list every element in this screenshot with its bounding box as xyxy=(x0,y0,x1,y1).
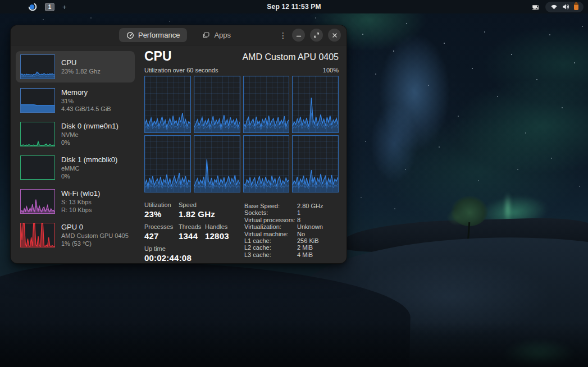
sidebar-item-cpu[interactable]: CPU 23% 1.82 Ghz xyxy=(16,51,135,82)
sidebar-item-disk0[interactable]: Disk 0 (nvme0n1) NVMe 0% xyxy=(16,118,135,150)
processes-value: 427 xyxy=(144,231,179,241)
base-speed-value: 2.80 GHz xyxy=(297,203,323,209)
sidebar-wifi-receive: R: 10 Kbps xyxy=(61,206,100,214)
disk1-mini-chart xyxy=(20,155,55,180)
graph-caption: Utilization over 60 seconds xyxy=(144,67,218,74)
virtualization-label: Virtualization: xyxy=(244,223,297,230)
wifi-mini-chart xyxy=(20,189,55,214)
tab-apps[interactable]: Apps xyxy=(195,28,238,42)
virtual-processors-value: 8 xyxy=(297,217,300,223)
sidebar-disk0-type: NVMe xyxy=(61,131,118,139)
handles-value: 12803 xyxy=(205,231,229,241)
tab-performance-label: Performance xyxy=(138,31,180,39)
sidebar-disk0-percent: 0% xyxy=(61,139,118,146)
speedometer-icon xyxy=(126,31,134,39)
virtualization-value: Unknown xyxy=(297,223,323,230)
l1-cache-value: 256 KiB xyxy=(297,237,319,244)
wifi-icon xyxy=(550,3,558,10)
core-graph-3 xyxy=(292,76,339,133)
virtual-machine-label: Virtual machine: xyxy=(244,231,297,237)
core-graph-4 xyxy=(144,135,191,192)
clock[interactable]: Sep 12 11:53 PM xyxy=(267,3,321,11)
uptime-value: 00:02:44:08 xyxy=(144,253,192,263)
sidebar-gpu-title: GPU 0 xyxy=(61,223,129,232)
cpu-details: Base Speed:2.80 GHz Sockets:1 Virtual pr… xyxy=(244,203,323,258)
activities-icon[interactable] xyxy=(28,2,37,11)
sidebar-memory-usage: 4.43 GiB/14.5 GiB xyxy=(61,105,111,113)
cpu-panel: CPU AMD Custom APU 0405 Utilization over… xyxy=(144,49,339,192)
tab-apps-label: Apps xyxy=(214,31,231,39)
sidebar-cpu-title: CPU xyxy=(61,58,101,67)
sidebar-wifi-title: Wi-Fi (wlo1) xyxy=(61,189,100,198)
system-tray[interactable] xyxy=(545,2,584,12)
core-graph-5 xyxy=(194,135,240,192)
view-tabs: Performance Apps xyxy=(119,28,238,42)
sidebar-memory-percent: 31% xyxy=(61,97,111,105)
l3-cache-value: 4 MiB xyxy=(297,251,313,258)
volume-icon xyxy=(562,3,569,10)
threads-label: Threads xyxy=(179,223,205,231)
virtual-machine-value: No xyxy=(297,231,305,237)
task-manager-window: Performance Apps ⋮ xyxy=(10,25,347,264)
cpu-stats: Utilization 23% Speed 1.82 GHz Processes… xyxy=(144,201,243,267)
memory-mini-chart xyxy=(20,88,55,113)
handles-label: Handles xyxy=(205,223,229,231)
sidebar-item-wifi[interactable]: Wi-Fi (wlo1) S: 13 Kbps R: 10 Kbps xyxy=(16,186,135,217)
core-graph-1 xyxy=(194,76,240,133)
virtual-processors-label: Virtual processors: xyxy=(244,217,297,223)
sidebar-wifi-send: S: 13 Kbps xyxy=(61,198,100,206)
windows-icon xyxy=(202,31,210,39)
tab-performance[interactable]: Performance xyxy=(119,28,187,42)
system-top-bar: 1 + Sep 12 11:53 PM xyxy=(0,0,588,13)
l3-cache-label: L3 cache: xyxy=(244,251,297,258)
speed-value: 1.82 GHz xyxy=(179,209,215,219)
foreground-shadow xyxy=(0,322,588,367)
menu-kebab-icon[interactable]: ⋮ xyxy=(279,31,287,39)
sockets-label: Sockets: xyxy=(244,209,297,216)
minimize-button[interactable] xyxy=(292,29,305,42)
l2-cache-label: L2 cache: xyxy=(244,244,297,251)
core-graph-6 xyxy=(243,135,290,192)
workspace-indicator[interactable]: 1 xyxy=(45,3,54,11)
uptime-label: Up time xyxy=(144,245,192,253)
close-button[interactable] xyxy=(328,29,341,42)
sidebar-disk1-title: Disk 1 (mmcblk0) xyxy=(61,155,117,164)
sidebar-gpu-name: AMD Custom GPU 0405 xyxy=(61,232,129,240)
maximize-button[interactable] xyxy=(310,29,323,42)
base-speed-label: Base Speed: xyxy=(244,203,297,209)
threads-value: 1344 xyxy=(179,231,205,241)
sidebar-disk0-title: Disk 0 (nvme0n1) xyxy=(61,122,118,131)
graph-scale-label: 100% xyxy=(323,67,339,74)
tree-silhouette-lower xyxy=(446,209,469,226)
core-graph-0 xyxy=(144,76,191,133)
disk0-mini-chart xyxy=(20,122,55,146)
window-titlebar[interactable]: Performance Apps ⋮ xyxy=(11,25,347,45)
utilization-label: Utilization xyxy=(144,201,179,209)
sidebar-memory-title: Memory xyxy=(61,88,111,97)
sidebar-disk1-type: eMMC xyxy=(61,164,117,172)
sidebar-item-disk1[interactable]: Disk 1 (mmcblk0) eMMC 0% xyxy=(16,152,135,184)
page-title: CPU xyxy=(144,49,172,63)
sidebar-gpu-stats: 1% (53 °C) xyxy=(61,240,129,247)
l1-cache-label: L1 cache: xyxy=(244,237,297,244)
processes-label: Processes xyxy=(144,223,179,231)
sidebar-cpu-stats: 23% 1.82 Ghz xyxy=(61,67,101,75)
performance-sidebar: CPU 23% 1.82 Ghz Memory 31% 4.43 GiB/14.… xyxy=(16,51,135,253)
core-graph-2 xyxy=(243,76,290,133)
l2-cache-value: 2 MiB xyxy=(297,244,313,251)
battery-icon xyxy=(574,3,578,10)
cpu-mini-chart xyxy=(20,54,55,79)
sidebar-item-gpu[interactable]: GPU 0 AMD Custom GPU 0405 1% (53 °C) xyxy=(16,219,135,251)
sidebar-item-memory[interactable]: Memory 31% 4.43 GiB/14.5 GiB xyxy=(16,85,135,116)
caffeine-icon[interactable] xyxy=(531,3,540,11)
add-workspace-button[interactable]: + xyxy=(62,3,67,11)
sockets-value: 1 xyxy=(297,209,300,216)
gpu-mini-chart xyxy=(20,223,55,247)
cpu-model-name: AMD Custom APU 0405 xyxy=(242,51,339,63)
core-graph-7 xyxy=(292,135,339,192)
per-core-graphs xyxy=(144,76,339,192)
speed-label: Speed xyxy=(179,201,215,209)
sidebar-disk1-percent: 0% xyxy=(61,172,117,180)
utilization-value: 23% xyxy=(144,209,179,219)
